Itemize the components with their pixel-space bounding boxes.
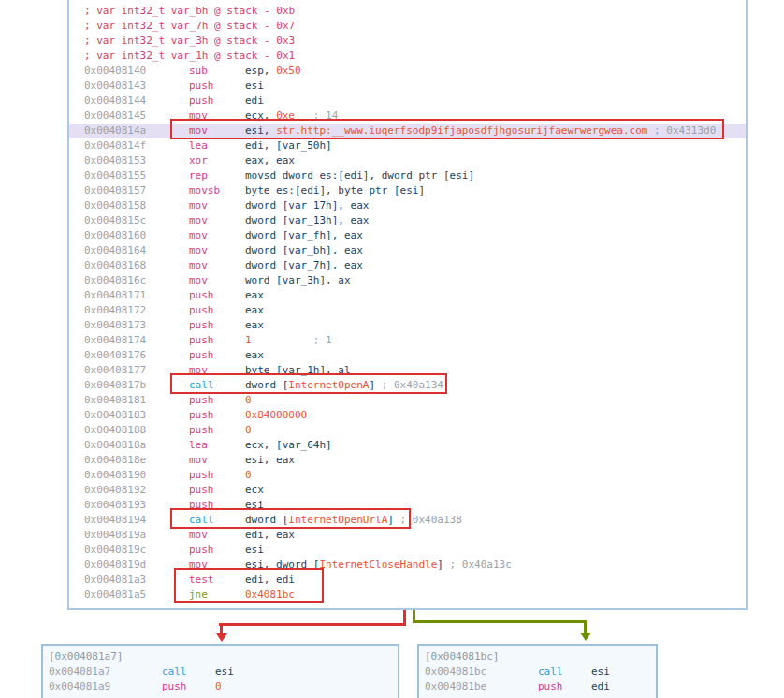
false-branch-arrowhead-icon [216, 633, 227, 642]
asm-row-0x0040815c[interactable]: 0x0040815cmovdword [var_13h], eax [69, 213, 746, 228]
mnemonic: call [162, 664, 215, 679]
asm-row-0x00408174[interactable]: 0x00408174push1 ; 1 [69, 333, 746, 348]
operands: esi [215, 664, 234, 679]
address: 0x00408158 [84, 198, 189, 213]
highlight-box-internetopena [170, 373, 447, 394]
block-header: [0x004081bc] [419, 649, 656, 664]
mnemonic: push [189, 348, 245, 363]
false-branch-edge [219, 623, 406, 626]
operands: 0x84000000 [245, 408, 307, 423]
address: 0x00408155 [84, 168, 189, 183]
address: 0x00408171 [84, 288, 189, 303]
address: 0x00408174 [84, 333, 189, 348]
asm-row-0x00408153[interactable]: 0x00408153xoreax, eax [69, 153, 746, 168]
address: 0x00408188 [84, 423, 189, 438]
asm-row-0x00408176[interactable]: 0x00408176pusheax [69, 348, 746, 363]
asm-row-0x00408181[interactable]: 0x00408181push0 [69, 393, 746, 408]
address: 0x00408176 [84, 348, 189, 363]
mnemonic: push [189, 468, 245, 483]
address: 0x0040819c [84, 543, 189, 558]
asm-row-0x00408183[interactable]: 0x00408183push0x84000000 [69, 408, 746, 423]
operands: word [var_3h], ax [245, 273, 351, 288]
mnemonic: mov [189, 198, 245, 213]
mnemonic: rep [189, 168, 245, 183]
asm-row-0x00408140[interactable]: 0x00408140subesp, 0x50 [69, 64, 746, 79]
true-branch-arrowhead-icon [580, 633, 591, 641]
asm-row-0x00408190[interactable]: 0x00408190push0 [69, 468, 746, 483]
asm-row-0x0040816c[interactable]: 0x0040816cmovword [var_3h], ax [69, 273, 746, 288]
address: 0x00408164 [84, 243, 189, 258]
mnemonic: movsb [189, 183, 245, 198]
mnemonic: push [538, 679, 591, 694]
mnemonic: mov [189, 528, 245, 543]
operands: eax, eax [245, 153, 295, 168]
mnemonic: push [189, 483, 245, 498]
asm-row-0x0040819d[interactable]: 0x0040819dmovesi, dword [InternetCloseHa… [69, 558, 746, 573]
asm-row-0x00408192[interactable]: 0x00408192pushecx [69, 483, 746, 498]
mnemonic: lea [189, 438, 245, 453]
asm-row-0x004081a3[interactable]: 0x004081a3testedi, edi [69, 573, 746, 588]
asm-row-0x004081a7[interactable]: 0x004081a7callesi [43, 664, 398, 679]
address: 0x0040815c [84, 213, 189, 228]
mnemonic: mov [189, 243, 245, 258]
asm-row-0x004081a9[interactable]: 0x004081a9push0 [43, 679, 398, 694]
mnemonic: push [189, 318, 245, 333]
address: 0x004081a9 [49, 679, 162, 694]
asm-row-0x00408158[interactable]: 0x00408158movdword [var_17h], eax [69, 198, 746, 213]
asm-row-0x00408160[interactable]: 0x00408160movdword [var_fh], eax [69, 228, 746, 243]
mnemonic: mov [189, 213, 245, 228]
operands: eax [245, 303, 264, 318]
asm-row-0x004081be[interactable]: 0x004081bepushedi [419, 679, 656, 694]
operands: dword [var_7h], eax [245, 258, 363, 273]
mnemonic: push [189, 288, 245, 303]
asm-row-0x00408188[interactable]: 0x00408188push0 [69, 423, 746, 438]
asm-row-0x0040818a[interactable]: 0x0040818aleaecx, [var_64h] [69, 438, 746, 453]
asm-row-0x0040814f[interactable]: 0x0040814fleaedi, [var_50h] [69, 138, 746, 153]
asm-row-0x00408172[interactable]: 0x00408172pusheax [69, 303, 746, 318]
address: 0x0040816c [84, 273, 189, 288]
operands: edi, [var_50h] [245, 138, 332, 153]
disassembly-graph-view: ; var int32_t var_bh @ stack - 0xb; var … [0, 0, 784, 698]
operands: eax [245, 348, 264, 363]
operands: movsd dword es:[edi], dword ptr [esi] [245, 168, 474, 183]
var-comment-line: ; var int32_t var_1h @ stack - 0x1 [69, 49, 746, 64]
mnemonic: mov [189, 258, 245, 273]
operands: esp, 0x50 [245, 64, 301, 79]
asm-row-0x00408164[interactable]: 0x00408164movdword [var_bh], eax [69, 243, 746, 258]
operands: 0 [245, 468, 252, 483]
true-branch-edge [584, 620, 587, 633]
mnemonic: mov [189, 273, 245, 288]
mnemonic: push [189, 333, 245, 348]
address: 0x00408181 [84, 393, 189, 408]
asm-row-0x00408157[interactable]: 0x00408157movsbbyte es:[edi], byte ptr [… [69, 183, 746, 198]
asm-row-0x004081bc[interactable]: 0x004081bccallesi [419, 664, 656, 679]
asm-row-0x004081a5[interactable]: 0x004081a5jne0x4081bc [69, 588, 746, 603]
mnemonic: push [189, 393, 245, 408]
address: 0x00408140 [84, 64, 189, 79]
operands: dword [var_bh], eax [245, 243, 363, 258]
operands: dword [var_fh], eax [245, 228, 363, 243]
asm-row-0x0040819c[interactable]: 0x0040819cpushesi [69, 543, 746, 558]
mnemonic: push [189, 408, 245, 423]
asm-row-0x00408143[interactable]: 0x00408143pushesi [69, 79, 746, 94]
operands: esi [245, 79, 264, 94]
address: 0x0040814f [84, 138, 189, 153]
address: 0x0040819a [84, 528, 189, 543]
asm-row-0x00408144[interactable]: 0x00408144pushedi [69, 94, 746, 109]
asm-row-0x00408168[interactable]: 0x00408168movdword [var_7h], eax [69, 258, 746, 273]
mnemonic: xor [189, 153, 245, 168]
address: 0x0040818a [84, 438, 189, 453]
address: 0x00408192 [84, 483, 189, 498]
operands: edi [591, 679, 610, 694]
address: 0x00408190 [84, 468, 189, 483]
mnemonic: lea [189, 138, 245, 153]
asm-row-0x00408155[interactable]: 0x00408155repmovsd dword es:[edi], dword… [69, 168, 746, 183]
asm-row-0x00408173[interactable]: 0x00408173pusheax [69, 318, 746, 333]
asm-row-0x0040818e[interactable]: 0x0040818emovesi, eax [69, 453, 746, 468]
var-comment-line: ; var int32_t var_3h @ stack - 0x3 [69, 34, 746, 49]
mnemonic: push [189, 423, 245, 438]
asm-row-0x0040819a[interactable]: 0x0040819amovedi, eax [69, 528, 746, 543]
asm-row-0x00408171[interactable]: 0x00408171pusheax [69, 288, 746, 303]
block-header: [0x004081a7] [43, 649, 398, 664]
mnemonic: sub [189, 64, 245, 79]
